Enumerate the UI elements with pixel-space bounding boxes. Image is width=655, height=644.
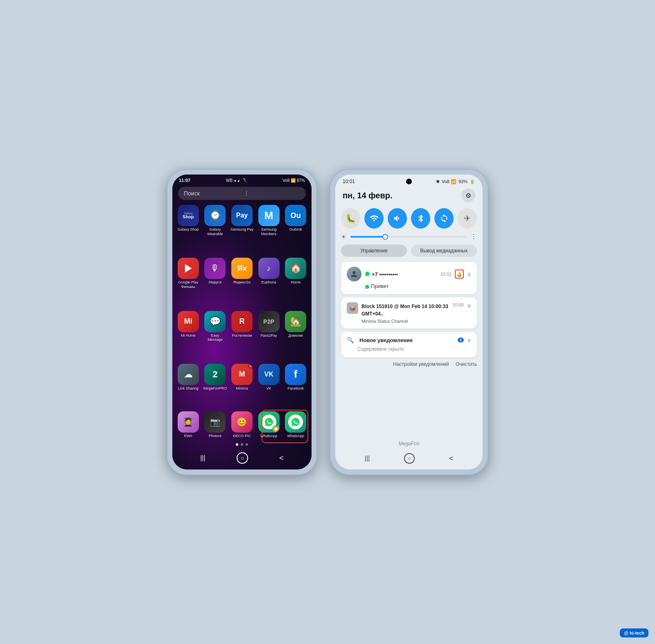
app-rostelecom[interactable]: R Ростелеком (230, 311, 254, 361)
date-row: пн, 14 февр. ⚙ (335, 187, 483, 206)
settings-icon-btn[interactable]: ⚙ (461, 188, 475, 202)
phones-container: 11:07 WB ◂ ▲ 🔍 Vo8 📶 87% Поиск ⋮ (167, 169, 488, 475)
app-icon-whatsapp-1 (258, 411, 280, 433)
app-icon-marusya: 🎙 (204, 258, 226, 279)
app-home[interactable]: 🏠 Home (284, 258, 307, 307)
app-linksharing[interactable]: ☁ Link Sharing (176, 364, 200, 409)
notif-expand-1[interactable]: ∨ (467, 271, 471, 277)
toggle-wifi[interactable] (364, 208, 384, 229)
app-label-gplay: Google Play Фильмы (176, 280, 200, 289)
app-icon-pass2pay: P2P (258, 311, 280, 332)
phone-2-content: 10:01 ✱ Vo8 📶 93% 🔋 пн, 14 февр. ⚙ 🐛 (335, 175, 483, 469)
app-members[interactable]: M Samsung Members (257, 205, 281, 254)
tab-manage[interactable]: Управление (341, 245, 407, 257)
app-photure[interactable]: 📷 Photure (203, 411, 227, 438)
app-whatsapp-2[interactable]: WhatsApp (284, 411, 307, 438)
app-label-whatsapp-1: WhatsApp (260, 434, 278, 438)
nav-recents-2[interactable]: ||| (365, 455, 370, 462)
app-facebook[interactable]: f Facebook (284, 364, 307, 409)
app-yandexgo[interactable]: Яx ЯндексGo (230, 258, 254, 307)
toggle-sound[interactable] (388, 208, 407, 229)
brightness-row: ☀ ⋮ (335, 233, 483, 245)
notif-block-header: 📦 Block 151910 @ Mon Feb 14 10:00:33 GMT… (347, 302, 471, 317)
notif-expand-2[interactable]: ∨ (467, 302, 471, 309)
phone-2: 10:01 ✱ Vo8 📶 93% 🔋 пн, 14 февр. ⚙ 🐛 (330, 169, 488, 475)
status-icons-2: ✱ Vo8 📶 93% 🔋 (436, 179, 475, 184)
search-more-icon: ⋮ (244, 190, 300, 197)
app-label-pay: Samsung Pay (230, 227, 253, 232)
app-label-whatsapp-2: WhatsApp (287, 434, 304, 438)
app-label-home: Home (291, 280, 300, 285)
app-label-rostelecom: Ростелеком (232, 333, 252, 338)
nav-back-1[interactable]: < (279, 454, 284, 463)
notif-search-header: 🔍 Новое уведомление 1 ∨ (347, 337, 471, 343)
camera-notch-2 (406, 179, 412, 184)
brightness-fill (350, 236, 385, 238)
svg-marker-0 (185, 264, 192, 273)
app-whatsapp-1[interactable]: WhatsApp (257, 411, 281, 438)
notification-search: 🔍 Новое уведомление 1 ∨ Содержимое скрыт… (341, 332, 477, 357)
app-gplay[interactable]: Google Play Фильмы (176, 258, 200, 307)
nav-recents-1[interactable]: ||| (200, 454, 205, 462)
app-icon-gplay (178, 258, 199, 279)
app-icon-linksharing: ☁ (178, 364, 199, 385)
search-bar[interactable]: Поиск ⋮ (178, 187, 306, 200)
app-galaxy-shop[interactable]: Galaxy Shop Galaxy Shop (176, 205, 200, 254)
app-samsung-pay[interactable]: Pay Samsung Pay (230, 205, 254, 254)
app-domclick[interactable]: 🏡 Домклик (284, 311, 307, 361)
app-vk[interactable]: VK VK (257, 364, 281, 409)
app-wear[interactable]: ⌚ Galaxy Wearable (203, 205, 227, 254)
app-icon-whatsapp-2 (285, 411, 306, 433)
app-icon-decopik: 😊 (231, 411, 253, 433)
status-time-1: 11:07 (179, 178, 190, 183)
tab-media-output[interactable]: Вывод медиаданных (411, 245, 477, 257)
app-label-outlook: Outlook (289, 227, 302, 232)
app-icon-pay: Pay (231, 205, 253, 226)
app-marusya[interactable]: 🎙 Маруся (203, 258, 227, 307)
search-notif-icon: 🔍 (347, 337, 354, 343)
notif-time-1: 10:01 (440, 272, 452, 277)
nav-back-2[interactable]: < (449, 454, 454, 463)
app-mihome[interactable]: Mi Mi Home (176, 311, 200, 361)
camera-notch-1 (239, 179, 245, 184)
app-label-photure: Photure (209, 434, 222, 438)
nav-bar-1: ||| ○ < (172, 448, 312, 469)
app-pass2pay[interactable]: P2P Pass2Pay (257, 311, 281, 361)
status-battery-1: Vo8 📶 87% (282, 178, 305, 183)
date-text: пн, 14 февр. (343, 191, 393, 200)
app-decopik[interactable]: 😊 DECO PIC (230, 411, 254, 438)
app-label-domclick: Домклик (288, 333, 303, 338)
app-ewa[interactable]: 🧑‍🎓 EWA (176, 411, 200, 438)
app-easymsg[interactable]: 💬 Easy Message (203, 311, 227, 361)
watermark: @ hi-tech (620, 628, 648, 637)
brightness-dot (382, 234, 388, 240)
app-label-facebook: Facebook (287, 386, 304, 391)
app-euphoria[interactable]: ♪ Euphoria (257, 258, 281, 307)
notif-clear-btn[interactable]: Очистить (456, 361, 477, 367)
app-icon-wear: ⌚ (204, 205, 226, 226)
notif-actions: Настройки уведомлений Очистить (335, 357, 483, 371)
toggle-airplane[interactable]: ✈ (458, 208, 477, 229)
brightness-bar[interactable] (350, 236, 466, 238)
toggle-bluetooth[interactable] (411, 208, 430, 229)
notif-expand-3[interactable]: ∨ (467, 337, 471, 343)
search-placeholder: Поиск (184, 190, 240, 197)
brightness-more-icon[interactable]: ⋮ (470, 233, 477, 240)
notif-search-title: Новое уведомление (359, 337, 454, 343)
toggle-bug[interactable]: 🐛 (341, 208, 360, 229)
app-label-galaxy-shop: Galaxy Shop (178, 227, 199, 232)
app-outlook[interactable]: Ou Outlook (284, 205, 307, 254)
app-label-minima: Minima (236, 386, 248, 391)
app-icon-euphoria: ♪ (258, 258, 280, 279)
nav-home-2[interactable]: ○ (404, 453, 415, 464)
toggle-sync[interactable] (434, 208, 454, 229)
app-megafon[interactable]: 2 MegaFonPRO (203, 364, 227, 409)
notif-badge-blue: 1 (458, 338, 464, 342)
nav-home-1[interactable]: ○ (237, 452, 248, 464)
app-minima[interactable]: M 1 Minima (230, 364, 254, 409)
spacer (335, 371, 483, 438)
notif-settings-btn[interactable]: Настройки уведомлений (393, 361, 449, 367)
phone-1: 11:07 WB ◂ ▲ 🔍 Vo8 📶 87% Поиск ⋮ (167, 169, 317, 475)
notif-bell-icon: 🔔 (455, 270, 464, 279)
app-icon-home: 🏠 (285, 258, 306, 279)
